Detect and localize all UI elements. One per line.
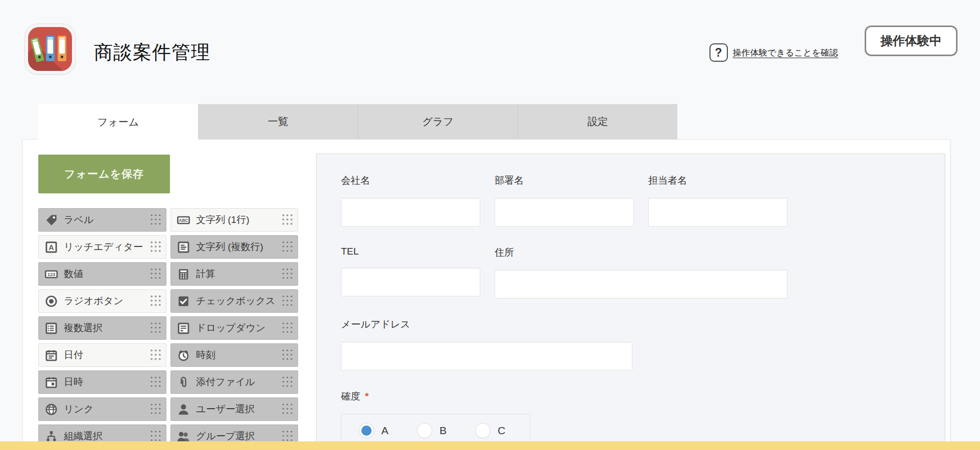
drag-handle-icon[interactable] [150, 376, 162, 389]
field-department-name[interactable]: 部署名 [495, 174, 634, 227]
palette-item-datetime[interactable]: 日時 [38, 370, 166, 394]
trial-mode-button[interactable]: 操作体験中 [865, 26, 958, 56]
field-label: 担当者名 [648, 174, 788, 187]
svg-text:ABC: ABC [179, 218, 188, 223]
field-label: TEL [341, 246, 480, 257]
field-label: 会社名 [341, 174, 480, 187]
help-link[interactable]: 操作体験できることを確認 [733, 47, 838, 59]
attachment-icon [176, 375, 190, 389]
date-icon [44, 348, 58, 362]
field-company-name-input[interactable] [341, 198, 480, 227]
text-multi-icon [176, 240, 190, 254]
field-tel[interactable]: TEL [341, 246, 480, 298]
field-address[interactable]: 住所 [495, 246, 788, 298]
palette-item-user-select[interactable]: ユーザー選択 [170, 397, 298, 421]
radio-option-c[interactable]: C [475, 423, 505, 438]
text-single-icon: ABC [176, 213, 190, 227]
field-palette: ラベル ABC 文字列 (1行) A リッチエディター 文字列 (複数行) 12… [38, 208, 298, 448]
field-label: 部署名 [495, 174, 634, 187]
radio-icon [44, 294, 58, 308]
drag-handle-icon[interactable] [150, 349, 162, 362]
palette-item-radio[interactable]: ラジオボタン [38, 289, 166, 313]
radio-circle[interactable] [359, 423, 374, 438]
field-tel-input[interactable] [341, 268, 480, 296]
tab-list[interactable]: 一覧 [198, 104, 358, 139]
drag-handle-icon[interactable] [150, 430, 162, 443]
form-row: 会社名 部署名 担当者名 [341, 174, 924, 227]
drag-handle-icon[interactable] [282, 430, 293, 443]
link-icon [44, 402, 58, 416]
palette-item-dropdown[interactable]: ドロップダウン [170, 316, 298, 340]
palette-item-link[interactable]: リンク [38, 397, 166, 421]
radio-option-b[interactable]: B [417, 423, 447, 438]
radio-option-a[interactable]: A [359, 423, 388, 438]
app-icon-binders [28, 27, 72, 71]
field-email-input[interactable] [341, 342, 632, 370]
datetime-icon [44, 375, 58, 389]
palette-item-text-single[interactable]: ABC 文字列 (1行) [170, 208, 298, 232]
form-row: TEL 住所 [341, 246, 924, 298]
field-probability[interactable]: 確度 * A B C [341, 390, 924, 447]
form-row: メールアドレス [341, 318, 924, 370]
radio-circle[interactable] [417, 423, 432, 438]
drag-handle-icon[interactable] [282, 295, 293, 308]
palette-item-rich-editor[interactable]: A リッチエディター [38, 235, 166, 259]
help-row: ? 操作体験できることを確認 [709, 43, 838, 62]
tab-settings[interactable]: 設定 [518, 104, 677, 139]
field-label: 確度 * [341, 390, 924, 403]
drag-handle-icon[interactable] [150, 214, 162, 227]
radio-circle[interactable] [475, 423, 491, 438]
checkbox-icon [176, 294, 190, 308]
help-icon[interactable]: ? [709, 43, 728, 62]
number-icon: 123 [44, 267, 58, 281]
user-select-icon [176, 402, 190, 416]
palette-item-number[interactable]: 123 数値 [38, 262, 166, 286]
drag-handle-icon[interactable] [282, 268, 293, 281]
palette-item-date[interactable]: 日付 [38, 343, 166, 367]
field-email[interactable]: メールアドレス [341, 318, 632, 370]
palette-item-multi-select[interactable]: 複数選択 [38, 316, 166, 340]
drag-handle-icon[interactable] [150, 403, 162, 416]
tab-bar: フォーム一覧グラフ設定 [38, 104, 677, 140]
svg-text:A: A [48, 243, 54, 251]
palette-item-text-multi[interactable]: 文字列 (複数行) [170, 235, 298, 259]
field-contact-name[interactable]: 担当者名 [648, 174, 788, 227]
drag-handle-icon[interactable] [282, 376, 293, 389]
field-label: 住所 [495, 246, 788, 259]
app-title: 商談案件管理 [94, 40, 210, 65]
form-editor-panel: フォームを保存 ラベル ABC 文字列 (1行) A リッチエディター 文字列 … [22, 139, 950, 450]
field-contact-name-input[interactable] [648, 198, 788, 227]
calc-icon [176, 267, 190, 281]
drag-handle-icon[interactable] [282, 349, 293, 362]
tab-form[interactable]: フォーム [38, 104, 198, 140]
dropdown-icon [176, 321, 190, 335]
save-form-button[interactable]: フォームを保存 [38, 155, 170, 193]
tab-graph[interactable]: グラフ [358, 104, 518, 139]
binder-orange-icon [58, 36, 66, 61]
tag-icon [44, 213, 58, 227]
drag-handle-icon[interactable] [150, 295, 162, 308]
drag-handle-icon[interactable] [282, 241, 293, 254]
drag-handle-icon[interactable] [150, 322, 162, 335]
rich-editor-icon: A [44, 240, 58, 254]
app-icon [24, 23, 76, 74]
drag-handle-icon[interactable] [150, 241, 162, 254]
svg-text:123: 123 [47, 272, 55, 277]
field-company-name[interactable]: 会社名 [341, 174, 480, 227]
drag-handle-icon[interactable] [282, 322, 293, 335]
palette-item-calc[interactable]: 計算 [170, 262, 298, 286]
field-address-input[interactable] [495, 270, 788, 298]
drag-handle-icon[interactable] [282, 403, 293, 416]
drag-handle-icon[interactable] [282, 214, 293, 227]
palette-item-tag[interactable]: ラベル [38, 208, 166, 232]
app-page: 商談案件管理 ? 操作体験できることを確認 操作体験中 フォーム一覧グラフ設定 … [0, 0, 980, 450]
tutorial-bar [0, 441, 980, 450]
multi-select-icon [44, 321, 58, 335]
field-label: メールアドレス [341, 318, 632, 331]
field-department-name-input[interactable] [495, 198, 634, 227]
form-canvas: 会社名 部署名 担当者名 TEL 住所 メールアドレス 確度 * A B C [316, 154, 945, 450]
palette-item-attachment[interactable]: 添付ファイル [170, 370, 298, 394]
palette-item-time[interactable]: 時刻 [170, 343, 298, 367]
drag-handle-icon[interactable] [150, 268, 162, 281]
palette-item-checkbox[interactable]: チェックボックス [170, 289, 298, 313]
